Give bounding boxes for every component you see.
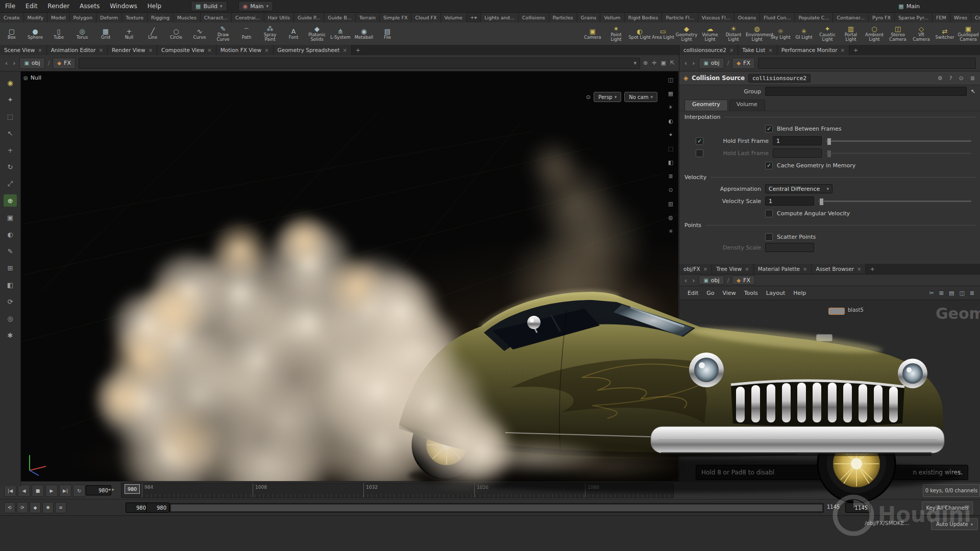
playbar-option-button[interactable]: ⟳ <box>17 502 28 513</box>
path-field[interactable]: ▾ <box>79 58 640 69</box>
back-icon[interactable]: ‹ <box>4 59 9 67</box>
shelf-tab[interactable]: Oceans <box>734 13 760 22</box>
close-icon[interactable]: × <box>207 47 211 53</box>
timeline-ruler[interactable]: 9841008103210561080 <box>121 483 674 498</box>
pane-tab[interactable]: Composite View × <box>157 45 216 55</box>
path-segment-obj[interactable]: ▣ obj <box>699 58 724 69</box>
viewport-tool-icon[interactable]: ⊞ <box>4 262 17 274</box>
viewport-tool-icon[interactable]: ✱ <box>4 329 17 341</box>
viewport-tool-icon[interactable]: ⬚ <box>4 110 17 122</box>
shelf-tab[interactable]: Model <box>47 13 70 22</box>
right-main-indicator[interactable]: ▦ Main <box>894 2 924 11</box>
pin-icon[interactable]: ⊙ <box>958 75 965 82</box>
range-start2-field[interactable]: 980 <box>146 503 169 513</box>
back-icon[interactable]: ‹ <box>683 59 688 67</box>
viewport-tool-icon[interactable]: ✦ <box>4 93 17 106</box>
display-option-icon[interactable]: ⬚ <box>668 145 673 152</box>
transport-button[interactable]: ■ <box>32 485 44 497</box>
no-cam-button[interactable]: No cam▾ <box>624 92 657 102</box>
shelf-tool-button[interactable]: ☁ Volume Light <box>698 22 722 45</box>
approximation-dropdown[interactable]: Central Difference ▾ <box>765 184 832 193</box>
list-view-icon[interactable]: ▤ <box>947 290 956 296</box>
menu-item[interactable]: Windows <box>105 0 142 12</box>
close-icon[interactable]: × <box>264 47 268 53</box>
pane-tab[interactable]: Render View × <box>108 45 157 55</box>
path-segment-fx[interactable]: ◆ FX <box>732 276 755 285</box>
playbar-option-button[interactable]: ◆ <box>30 502 41 513</box>
close-icon[interactable]: × <box>342 47 347 53</box>
path-field[interactable] <box>758 58 976 69</box>
menu-item[interactable]: Assets <box>75 0 105 12</box>
transport-button[interactable]: ▶ <box>45 485 58 497</box>
split-view-icon[interactable]: ◫ <box>957 290 966 296</box>
cache-checkbox[interactable]: ✓ <box>765 162 773 169</box>
shelf-add-button[interactable]: +▾ <box>467 13 481 22</box>
shelf-tab[interactable]: Lights and... <box>481 13 519 22</box>
pane-tab[interactable]: Tree View × <box>712 264 754 274</box>
playbar-option-button[interactable]: ⟲ <box>4 502 15 513</box>
pane-tab[interactable]: Scene View × <box>0 45 47 55</box>
shelf-tab[interactable]: Hair Utils <box>264 13 294 22</box>
export-icon[interactable]: ⇱ <box>670 60 675 66</box>
playbar-option-button[interactable]: ≡ <box>55 502 66 513</box>
forward-icon[interactable]: › <box>12 59 16 67</box>
pane-tab[interactable]: Animation Editor × <box>47 45 108 55</box>
shelf-tool-button[interactable]: ✳ GI Light <box>792 22 816 45</box>
pane-tab[interactable]: Performance Monitor × <box>777 45 849 55</box>
shelf-tab[interactable]: Crowds <box>971 13 980 22</box>
hold-first-input[interactable]: 1 <box>773 136 822 145</box>
shelf-tab[interactable]: Deform <box>96 13 122 22</box>
network-node[interactable] <box>828 308 845 315</box>
shelf-tab[interactable]: Polygon <box>70 13 96 22</box>
network-menu-item[interactable]: Help <box>789 290 810 296</box>
range-slider[interactable] <box>169 503 824 513</box>
shelf-tab[interactable]: Muscles <box>174 13 201 22</box>
network-menu-item[interactable]: View <box>719 290 740 296</box>
close-icon[interactable]: × <box>703 266 707 272</box>
hold-last-input[interactable] <box>773 148 822 158</box>
shelf-tool-button[interactable]: A Font <box>282 22 305 45</box>
close-icon[interactable]: × <box>857 266 861 272</box>
display-option-icon[interactable]: ▦ <box>668 90 673 97</box>
shelf-tab[interactable]: Vellum <box>600 13 624 22</box>
hold-first-slider[interactable] <box>826 140 971 142</box>
shelf-tool-button[interactable]: ☼ Sky Light <box>769 22 792 45</box>
pane-tab[interactable]: Motion FX View × <box>216 45 274 55</box>
shelf-tool-button[interactable]: ◆ Geometry Light <box>675 22 698 45</box>
shelf-tab[interactable]: Pyro FX <box>869 13 895 22</box>
shelf-tab[interactable]: Container... <box>833 13 869 22</box>
forward-icon[interactable]: › <box>691 277 696 284</box>
shelf-tab[interactable]: Modify <box>24 13 47 22</box>
shelf-tool-button[interactable]: ✎ Draw Curve <box>211 22 235 45</box>
path-segment-fx[interactable]: ◆ FX <box>732 58 755 69</box>
viewport-tool-icon[interactable]: ◎ <box>4 312 17 324</box>
network-menu-item[interactable]: Tools <box>740 290 762 296</box>
shelf-tool-button[interactable]: ▥ Portal Light <box>839 22 863 45</box>
velocity-scale-slider[interactable] <box>818 201 971 202</box>
shelf-tool-button[interactable]: ◇ VR Camera <box>910 22 933 45</box>
shelf-tool-button[interactable]: ⌒ Path <box>235 22 258 45</box>
shelf-tool-button[interactable]: ✶ Point Light <box>604 22 628 45</box>
shelf-tool-button[interactable]: ∿ Curve <box>188 22 211 45</box>
velocity-scale-input[interactable]: 1 <box>765 196 814 206</box>
angular-velocity-checkbox[interactable]: ✓ <box>765 210 773 217</box>
forward-icon[interactable]: › <box>691 59 696 67</box>
shelf-tool-button[interactable]: ◍ Environment Light <box>745 22 769 45</box>
network-node[interactable] <box>816 334 832 341</box>
range-end-field[interactable]: 1145 <box>845 503 871 513</box>
shelf-tab[interactable]: FEM <box>933 13 950 22</box>
shelf-tool-button[interactable]: ▦ Grid <box>94 22 117 45</box>
gear-icon[interactable]: ⚙ <box>936 75 944 82</box>
viewport-tool-icon[interactable]: ⤢ <box>4 178 17 190</box>
shelf-tool-button[interactable]: ⋔ L-System <box>329 22 352 45</box>
node-name-field[interactable]: collisionsource2 <box>748 74 811 83</box>
shelf-tool-button[interactable]: ▣ Camera <box>581 22 604 45</box>
shelf-tool-button[interactable]: ◆ Platonic Solids <box>305 22 329 45</box>
close-icon[interactable]: × <box>729 47 733 53</box>
group-input[interactable] <box>765 87 967 96</box>
shelf-tab[interactable]: Viscous Fl... <box>698 13 734 22</box>
menu-item[interactable]: File <box>0 0 20 12</box>
shelf-tab[interactable]: Fluid Con... <box>760 13 795 22</box>
auto-update-dropdown[interactable]: Auto Update ▾ <box>931 518 978 530</box>
display-option-icon[interactable]: ◧ <box>668 159 673 166</box>
